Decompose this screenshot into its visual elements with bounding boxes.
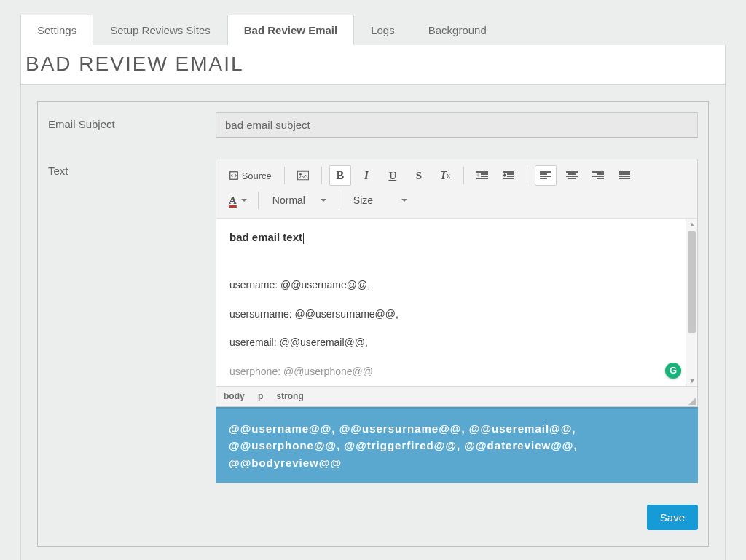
placeholders-help: @@username@@, @@usersurname@@, @@userema… (216, 407, 698, 483)
indent-button[interactable] (498, 165, 519, 186)
tab-bar: Settings Setup Reviews Sites Bad Review … (20, 13, 726, 45)
outdent-icon (476, 170, 488, 181)
scroll-up-icon[interactable]: ▲ (686, 219, 698, 229)
chevron-down-icon (241, 199, 247, 205)
align-right-icon (592, 170, 604, 181)
outdent-button[interactable] (471, 165, 493, 186)
svg-point-2 (299, 173, 302, 176)
align-justify-icon (619, 170, 630, 181)
separator (527, 167, 527, 184)
font-size-select[interactable]: Size (347, 190, 412, 210)
tab-background[interactable]: Background (412, 15, 503, 45)
editor-toolbar: Source B I U (216, 159, 697, 218)
separator (321, 167, 322, 184)
path-segment[interactable]: p (258, 391, 263, 401)
separator (463, 167, 464, 184)
rich-text-editor: Source B I U (216, 159, 698, 407)
text-color-button[interactable]: A (224, 190, 251, 210)
editor-line: userphone: @@userphone@@ (229, 365, 672, 379)
path-segment[interactable]: strong (276, 391, 303, 401)
label-text: Text (48, 159, 216, 483)
strike-button[interactable]: S (408, 165, 430, 186)
remove-format-button[interactable]: Tx (434, 165, 456, 186)
align-left-button[interactable] (535, 165, 557, 186)
underline-button[interactable]: U (382, 165, 404, 186)
source-icon (229, 170, 239, 181)
text-cursor (303, 233, 304, 244)
italic-button[interactable]: I (356, 165, 377, 186)
separator (284, 167, 285, 184)
align-left-icon (540, 170, 551, 181)
editor-content[interactable]: bad email text username: @@username@@, u… (216, 219, 686, 386)
align-justify-button[interactable] (613, 165, 635, 186)
scroll-down-icon[interactable]: ▼ (686, 376, 698, 386)
align-right-button[interactable] (587, 165, 609, 186)
tab-settings[interactable]: Settings (20, 15, 93, 45)
tab-setup-reviews-sites[interactable]: Setup Reviews Sites (93, 15, 227, 45)
tab-bad-review-email[interactable]: Bad Review Email (227, 15, 354, 45)
text-color-icon: A (229, 194, 237, 207)
image-button[interactable] (292, 165, 314, 186)
form-box: Email Subject Text (37, 101, 709, 547)
path-segment[interactable]: body (224, 391, 245, 401)
separator (339, 192, 339, 209)
align-center-button[interactable] (561, 165, 583, 186)
image-icon (297, 170, 309, 181)
editor-line: username: @@username@@, (229, 278, 672, 293)
bold-button[interactable]: B (329, 165, 351, 186)
source-label: Source (242, 170, 272, 181)
tab-logs[interactable]: Logs (354, 15, 412, 45)
align-center-icon (566, 170, 578, 181)
separator (258, 192, 259, 209)
source-button[interactable]: Source (224, 165, 277, 186)
save-button[interactable]: Save (647, 505, 698, 530)
indent-icon (503, 170, 514, 181)
resize-handle[interactable] (688, 398, 696, 405)
scroll-thumb[interactable] (688, 231, 696, 333)
scrollbar[interactable]: ▲ ▼ (686, 219, 697, 386)
panel: BAD REVIEW EMAIL Email Subject Text (20, 45, 726, 560)
grammarly-icon[interactable]: G (665, 363, 681, 379)
page-title: BAD REVIEW EMAIL (21, 45, 725, 84)
editor-path-bar: body p strong (216, 386, 697, 406)
paragraph-format-select[interactable]: Normal (266, 190, 331, 210)
editor-bold-text: bad email text (229, 231, 302, 243)
editor-line: useremail: @@useremail@@, (229, 336, 672, 350)
email-subject-input[interactable] (216, 112, 698, 138)
editor-line: usersurname: @@usersurname@@, (229, 307, 672, 322)
label-email-subject: Email Subject (48, 112, 216, 138)
